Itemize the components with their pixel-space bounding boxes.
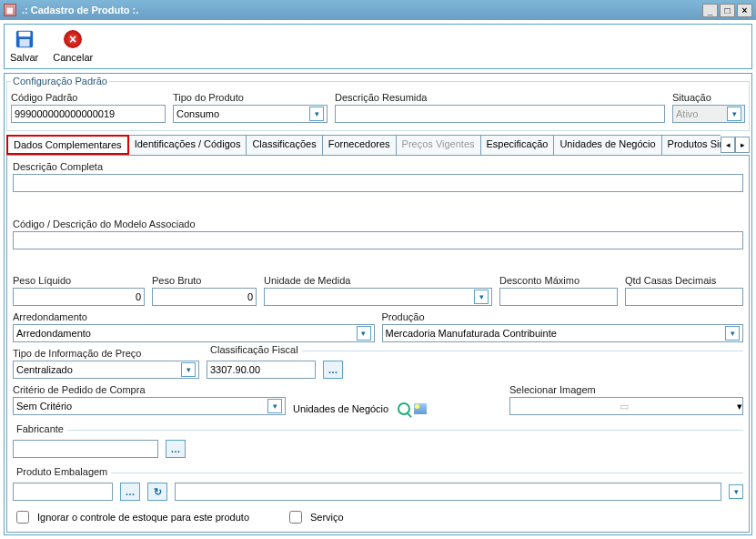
arredondamento-combo[interactable]: Arredondamento ▾ — [13, 324, 375, 342]
tab-identificacoes-codigos[interactable]: Identificações / Códigos — [128, 135, 247, 155]
app-icon: ▦ — [4, 4, 16, 16]
produto-embalagem-lookup[interactable]: … — [120, 483, 140, 501]
descricao-completa-label: Descrição Completa — [13, 161, 743, 172]
tabs-scroll-left[interactable]: ◂ — [721, 137, 735, 153]
selecionar-imagem-combo[interactable]: ▭ ▾ — [509, 397, 743, 415]
servico-input[interactable] — [289, 511, 302, 524]
criterio-pedido-label: Critério de Pedido de Compra — [13, 384, 286, 395]
tipo-info-preco-combo[interactable]: Centralizado ▾ — [13, 361, 199, 379]
tab-produtos-similares[interactable]: Produtos Similares — [661, 135, 721, 155]
content-area: Configuração Padrão Código Padrão Tipo d… — [4, 73, 752, 535]
servico-checkbox[interactable]: Serviço — [286, 508, 344, 526]
situacao-label: Situação — [672, 92, 745, 103]
tabs-nav: ◂ ▸ — [721, 137, 750, 153]
peso-bruto-label: Peso Bruto — [152, 275, 257, 286]
maximize-button[interactable]: □ — [720, 4, 735, 17]
chevron-down-icon: ▾ — [727, 107, 741, 121]
produto-embalagem-label: Produto Embalagem — [13, 466, 111, 477]
cancel-icon: × — [62, 28, 84, 50]
peso-bruto-input[interactable] — [152, 288, 257, 306]
classificacao-fiscal-input[interactable] — [207, 361, 316, 379]
svg-rect-1 — [18, 32, 30, 37]
tab-body: Descrição Completa Código / Descrição do… — [6, 155, 750, 533]
codigo-modelo-label: Código / Descrição do Modelo Associado — [13, 219, 743, 229]
config-group: Configuração Padrão Código Padrão Tipo d… — [6, 76, 750, 131]
producao-label: Produção — [382, 311, 744, 322]
produto-embalagem-input[interactable] — [13, 483, 113, 501]
descricao-completa-input[interactable] — [13, 174, 743, 192]
ignorar-estoque-input[interactable] — [16, 511, 29, 524]
fabricante-label: Fabricante — [13, 423, 67, 434]
tabs-scroll-right[interactable]: ▸ — [735, 137, 750, 153]
chevron-down-icon: ▾ — [737, 401, 742, 412]
tabstrip: Dados Complementares Identificações / Có… — [6, 135, 750, 155]
tab-especificacao[interactable]: Especificação — [480, 135, 555, 155]
codigo-padrao-input[interactable] — [11, 105, 166, 123]
window: ▦ .: Cadastro de Produto :. _ □ × Salvar… — [0, 0, 756, 539]
tabs: Dados Complementares Identificações / Có… — [6, 135, 721, 155]
config-legend: Configuração Padrão — [11, 76, 109, 86]
descricao-resumida-label: Descrição Resumida — [335, 92, 665, 103]
tab-unidades-negocio[interactable]: Unidades de Negócio — [553, 135, 661, 155]
situacao-combo: Ativo ▾ — [672, 105, 745, 123]
ignorar-estoque-checkbox[interactable]: Ignorar o controle de estoque para este … — [13, 508, 249, 526]
tab-dados-complementares[interactable]: Dados Complementares — [6, 135, 129, 155]
save-icon — [14, 28, 35, 50]
desconto-maximo-label: Desconto Máximo — [499, 275, 618, 286]
peso-liquido-label: Peso Líquido — [13, 275, 145, 286]
picture-icon[interactable] — [414, 403, 427, 414]
desconto-maximo-input[interactable] — [499, 288, 618, 306]
criterio-pedido-combo[interactable]: Sem Critério ▾ — [13, 397, 286, 415]
cancel-label: Cancelar — [53, 52, 93, 63]
close-button[interactable]: × — [737, 4, 752, 17]
tipo-info-preco-label: Tipo de Informação de Preço — [13, 348, 199, 359]
save-button[interactable]: Salvar — [10, 28, 38, 63]
save-label: Salvar — [10, 52, 38, 63]
chevron-down-icon: ▾ — [357, 326, 371, 341]
qtd-casas-label: Qtd Casas Decimais — [625, 275, 743, 286]
chevron-down-icon: ▾ — [267, 399, 282, 413]
toolbar: Salvar × Cancelar — [4, 24, 752, 69]
svg-rect-2 — [19, 39, 29, 46]
minimize-button[interactable]: _ — [702, 4, 718, 17]
image-placeholder-icon: ▭ — [510, 401, 737, 412]
cancel-button[interactable]: × Cancelar — [53, 28, 93, 63]
codigo-padrao-label: Código Padrão — [11, 92, 166, 103]
window-title: .: Cadastro de Produto :. — [22, 5, 138, 15]
unidades-negocio-label: Unidades de Negócio — [293, 403, 388, 414]
produto-embalagem-desc — [175, 483, 721, 501]
peso-liquido-input[interactable] — [13, 288, 145, 306]
selecionar-imagem-label: Selecionar Imagem — [509, 384, 743, 395]
produto-embalagem-drop[interactable]: ▾ — [729, 484, 743, 499]
chevron-down-icon: ▾ — [725, 326, 740, 341]
arredondamento-label: Arredondamento — [13, 311, 375, 322]
fabricante-input[interactable] — [13, 440, 158, 458]
tipo-produto-label: Tipo do Produto — [173, 92, 328, 103]
unidade-medida-label: Unidade de Medida — [264, 275, 492, 286]
tab-precos-vigentes[interactable]: Preços Vigentes — [396, 135, 481, 155]
chevron-down-icon: ▾ — [309, 107, 324, 121]
producao-combo[interactable]: Mercadoria Manufaturada Contribuinte ▾ — [382, 324, 744, 342]
codigo-modelo-input — [13, 231, 743, 249]
classificacao-fiscal-lookup[interactable]: … — [323, 361, 343, 379]
unidade-medida-combo[interactable]: ▾ — [264, 288, 492, 306]
descricao-resumida-input[interactable] — [335, 105, 665, 123]
tab-fornecedores[interactable]: Fornecedores — [322, 135, 397, 155]
tab-classificacoes[interactable]: Classificações — [246, 135, 322, 155]
fabricante-lookup[interactable]: … — [166, 440, 186, 458]
qtd-casas-input[interactable] — [625, 288, 743, 306]
classificacao-fiscal-label: Classificação Fiscal — [207, 344, 302, 355]
tipo-produto-combo[interactable]: Consumo ▾ — [173, 105, 328, 123]
search-icon[interactable] — [398, 402, 410, 415]
chevron-down-icon: ▾ — [181, 362, 196, 377]
titlebar: ▦ .: Cadastro de Produto :. _ □ × — [0, 0, 756, 20]
produto-embalagem-refresh[interactable]: ↻ — [147, 483, 167, 501]
chevron-down-icon: ▾ — [474, 290, 489, 304]
